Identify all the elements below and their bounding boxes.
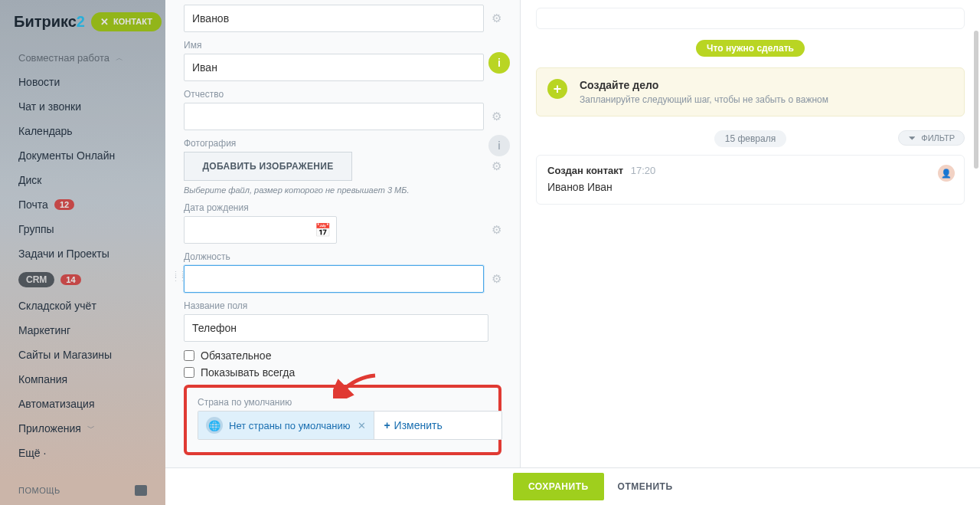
required-label: Обязательное bbox=[201, 349, 271, 362]
calendar-icon[interactable]: 📅 bbox=[315, 222, 331, 238]
sidebar-dim-overlay bbox=[0, 0, 165, 505]
todo-title: Создайте дело bbox=[580, 79, 952, 91]
timeline-chip: Что нужно сделать bbox=[696, 40, 805, 57]
country-clear-icon[interactable]: ✕ bbox=[358, 420, 366, 431]
gear-icon[interactable]: ⚙ bbox=[492, 272, 501, 286]
country-callout: Страна по умолчанию 🌐 Нет страны по умол… bbox=[184, 385, 501, 455]
arrow-icon bbox=[333, 372, 379, 398]
add-todo-icon[interactable]: + bbox=[547, 79, 567, 99]
field-dob: Дата рождения 📅 ⚙ bbox=[184, 202, 501, 244]
country-change-button[interactable]: + Изменить bbox=[374, 419, 451, 431]
event-body: Иванов Иван bbox=[547, 181, 953, 193]
patronymic-label: Отчество bbox=[184, 89, 501, 100]
timeline-panel: i Что нужно сделать + Создайте дело Запл… bbox=[521, 0, 980, 467]
photo-hint: Выберите файл, размер которого не превыш… bbox=[184, 185, 501, 195]
country-change-label: Изменить bbox=[394, 419, 443, 431]
todo-subtitle: Запланируйте следующий шаг, чтобы не заб… bbox=[580, 94, 952, 105]
fieldname-input[interactable] bbox=[184, 314, 488, 342]
always-show-label: Показывать всегда bbox=[201, 366, 295, 379]
plus-icon: + bbox=[384, 419, 390, 431]
dob-label: Дата рождения bbox=[184, 202, 501, 213]
event-title: Создан контакт bbox=[547, 165, 623, 176]
avatar[interactable]: 👤 bbox=[938, 165, 955, 182]
gear-icon[interactable]: ⚙ bbox=[492, 223, 501, 237]
always-show-checkbox[interactable] bbox=[184, 367, 194, 378]
country-value: Нет страны по умолчанию bbox=[229, 420, 350, 431]
firstname-label: Имя bbox=[184, 40, 501, 51]
footer-bar: СОХРАНИТЬ ОТМЕНИТЬ bbox=[165, 467, 980, 505]
field-firstname: Имя ⚙ bbox=[184, 40, 501, 81]
gear-icon[interactable]: ⚙ bbox=[492, 110, 501, 123]
dob-input[interactable] bbox=[184, 216, 337, 244]
todo-card[interactable]: + Создайте дело Запланируйте следующий ш… bbox=[536, 67, 965, 116]
timeline-date: 15 февраля bbox=[714, 130, 786, 147]
form-scroll[interactable]: ⚙ Имя ⚙ Отчество ⚙ Фотография ДОБАВИТЬ И… bbox=[165, 0, 520, 467]
patronymic-input[interactable] bbox=[184, 103, 484, 130]
footer-cancel-button[interactable]: ОТМЕНИТЬ bbox=[618, 481, 673, 492]
photo-label: Фотография bbox=[184, 138, 501, 149]
country-label: Страна по умолчанию bbox=[198, 397, 488, 408]
globe-icon: 🌐 bbox=[206, 417, 223, 434]
field-fieldname: Название поля bbox=[184, 300, 501, 342]
drag-handle-icon[interactable]: ⋮⋮⋮⋮ bbox=[172, 273, 185, 280]
country-selected[interactable]: 🌐 Нет страны по умолчанию ✕ bbox=[198, 412, 374, 439]
country-row: 🌐 Нет страны по умолчанию ✕ + Изменить bbox=[198, 411, 502, 440]
filter-label: ФИЛЬТР bbox=[921, 133, 955, 143]
add-image-button[interactable]: ДОБАВИТЬ ИЗОБРАЖЕНИЕ bbox=[184, 152, 352, 181]
footer-save-button[interactable]: СОХРАНИТЬ bbox=[513, 473, 604, 500]
field-lastname: ⚙ bbox=[184, 5, 501, 32]
position-label: Должность bbox=[184, 251, 501, 262]
field-position: ⋮⋮⋮⋮ Должность ⚙ bbox=[184, 251, 501, 293]
timeline-top-card bbox=[536, 8, 965, 29]
event-card[interactable]: Создан контакт 17:20 Иванов Иван 👤 bbox=[536, 155, 965, 205]
funnel-icon: ⏷ bbox=[908, 133, 916, 143]
gear-icon[interactable]: ⚙ bbox=[492, 159, 501, 173]
info-icon: i bbox=[488, 135, 510, 156]
position-input[interactable] bbox=[184, 265, 484, 293]
lastname-input[interactable] bbox=[184, 5, 484, 32]
firstname-input[interactable] bbox=[184, 54, 484, 81]
filter-button[interactable]: ⏷ФИЛЬТР bbox=[898, 130, 965, 146]
form-panel: ⚙ Имя ⚙ Отчество ⚙ Фотография ДОБАВИТЬ И… bbox=[165, 0, 521, 467]
field-photo: Фотография ДОБАВИТЬ ИЗОБРАЖЕНИЕ ⚙ Выбери… bbox=[184, 138, 501, 195]
required-row: Обязательное bbox=[184, 349, 501, 362]
field-patronymic: Отчество ⚙ bbox=[184, 89, 501, 130]
info-icon: i bbox=[488, 52, 510, 74]
fieldname-label: Название поля bbox=[184, 300, 501, 311]
event-time: 17:20 bbox=[631, 165, 656, 176]
required-checkbox[interactable] bbox=[184, 350, 194, 361]
scrollbar[interactable] bbox=[974, 31, 978, 169]
gear-icon[interactable]: ⚙ bbox=[492, 11, 501, 25]
